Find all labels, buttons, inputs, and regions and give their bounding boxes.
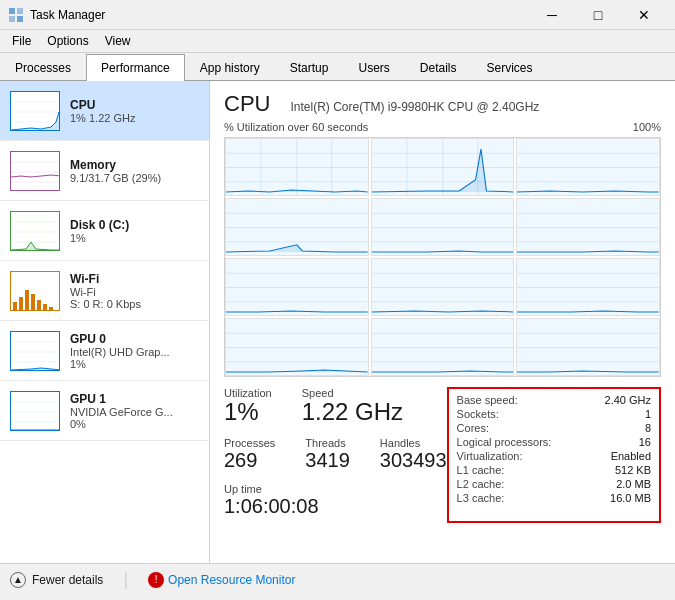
fewer-details-label: Fewer details bbox=[32, 573, 103, 587]
gpu1-info: GPU 1 NVIDIA GeForce G... 0% bbox=[70, 392, 199, 430]
sidebar-item-gpu1[interactable]: GPU 1 NVIDIA GeForce G... 0% bbox=[0, 381, 209, 441]
wifi-info: Wi-Fi Wi-Fi S: 0 R: 0 Kbps bbox=[70, 272, 199, 310]
info-table: Base speed: 2.40 GHz Sockets: 1 Cores: 8… bbox=[457, 393, 651, 505]
disk-thumb bbox=[10, 211, 60, 251]
sidebar-item-disk[interactable]: Disk 0 (C:) 1% bbox=[0, 201, 209, 261]
sidebar-item-memory[interactable]: Memory 9.1/31.7 GB (29%) bbox=[0, 141, 209, 201]
app-icon bbox=[8, 7, 24, 23]
menu-file[interactable]: File bbox=[4, 32, 39, 50]
cores-value: 8 bbox=[645, 422, 651, 434]
svg-rect-54 bbox=[372, 199, 514, 255]
cores-row: Cores: 8 bbox=[457, 421, 651, 435]
svg-rect-1 bbox=[17, 8, 23, 14]
open-resource-monitor-button[interactable]: ! Open Resource Monitor bbox=[148, 572, 295, 588]
svg-rect-22 bbox=[43, 304, 47, 310]
util-label: % Utilization over 60 seconds 100% bbox=[224, 121, 661, 133]
gpu0-name: Intel(R) UHD Grap... bbox=[70, 346, 199, 358]
maximize-button[interactable]: □ bbox=[575, 0, 621, 30]
tab-performance[interactable]: Performance bbox=[86, 54, 185, 81]
gpu1-label: GPU 1 bbox=[70, 392, 199, 406]
tab-users[interactable]: Users bbox=[343, 54, 404, 81]
cpu-cell-10 bbox=[371, 318, 515, 376]
svg-rect-16 bbox=[11, 272, 60, 311]
virt-value: Enabled bbox=[611, 450, 651, 462]
memory-label: Memory bbox=[70, 158, 199, 172]
svg-rect-62 bbox=[226, 259, 368, 315]
utilization-group: Utilization 1% bbox=[224, 387, 272, 425]
sockets-row: Sockets: 1 bbox=[457, 407, 651, 421]
menubar: File Options View bbox=[0, 30, 675, 53]
uptime-value: 1:06:00:08 bbox=[224, 495, 447, 517]
tab-processes[interactable]: Processes bbox=[0, 54, 86, 81]
close-button[interactable]: ✕ bbox=[621, 0, 667, 30]
tab-app-history[interactable]: App history bbox=[185, 54, 275, 81]
cpu-cell-7 bbox=[371, 258, 515, 316]
cpu-label: CPU bbox=[70, 98, 199, 112]
utilization-value: 1% bbox=[224, 399, 272, 425]
memory-thumb bbox=[10, 151, 60, 191]
svg-rect-19 bbox=[25, 290, 29, 310]
cpu-cell-6 bbox=[225, 258, 369, 316]
l1-row: L1 cache: 512 KB bbox=[457, 463, 651, 477]
handles-value: 303493 bbox=[380, 449, 447, 471]
app-title: Task Manager bbox=[30, 8, 105, 22]
sidebar-item-gpu0[interactable]: GPU 0 Intel(R) UHD Grap... 1% bbox=[0, 321, 209, 381]
sockets-label: Sockets: bbox=[457, 408, 499, 420]
cores-label: Cores: bbox=[457, 422, 489, 434]
cpu-header: CPU Intel(R) Core(TM) i9-9980HK CPU @ 2.… bbox=[224, 91, 661, 117]
threads-value: 3419 bbox=[305, 449, 350, 471]
cpu-cell-0 bbox=[225, 138, 369, 196]
tab-services[interactable]: Services bbox=[472, 54, 548, 81]
base-speed-row: Base speed: 2.40 GHz bbox=[457, 393, 651, 407]
svg-rect-20 bbox=[31, 294, 35, 310]
processes-value: 269 bbox=[224, 449, 275, 471]
handles-label: Handles bbox=[380, 437, 447, 449]
chevron-up-icon: ▲ bbox=[10, 572, 26, 588]
svg-rect-2 bbox=[9, 16, 15, 22]
stats-area: Utilization 1% Speed 1.22 GHz Processes … bbox=[224, 387, 661, 523]
virt-row: Virtualization: Enabled bbox=[457, 449, 651, 463]
cpu-cell-4 bbox=[371, 198, 515, 256]
titlebar-left: Task Manager bbox=[8, 7, 105, 23]
uptime-group: Up time 1:06:00:08 bbox=[224, 483, 447, 517]
l3-label: L3 cache: bbox=[457, 492, 505, 504]
open-resource-monitor-label: Open Resource Monitor bbox=[168, 573, 295, 587]
l3-value: 16.0 MB bbox=[610, 492, 651, 504]
fewer-details-button[interactable]: ▲ Fewer details bbox=[10, 572, 103, 588]
titlebar-controls: ─ □ ✕ bbox=[529, 0, 667, 30]
svg-rect-17 bbox=[13, 302, 17, 310]
sidebar-item-cpu[interactable]: CPU 1% 1.22 GHz bbox=[0, 81, 209, 141]
sidebar-item-wifi[interactable]: Wi-Fi Wi-Fi S: 0 R: 0 Kbps bbox=[0, 261, 209, 321]
menu-view[interactable]: View bbox=[97, 32, 139, 50]
stat-row-2: Processes 269 Threads 3419 Handles 30349… bbox=[224, 437, 447, 477]
logical-label: Logical processors: bbox=[457, 436, 552, 448]
tab-startup[interactable]: Startup bbox=[275, 54, 344, 81]
gpu1-name: NVIDIA GeForce G... bbox=[70, 406, 199, 418]
wifi-speed: S: 0 R: 0 Kbps bbox=[70, 298, 199, 310]
cpu-cell-1 bbox=[371, 138, 515, 196]
menu-options[interactable]: Options bbox=[39, 32, 96, 50]
svg-rect-66 bbox=[372, 259, 514, 315]
wifi-thumb bbox=[10, 271, 60, 311]
cpu-info: CPU 1% 1.22 GHz bbox=[70, 98, 199, 124]
l1-value: 512 KB bbox=[615, 464, 651, 476]
svg-rect-21 bbox=[37, 300, 41, 310]
svg-rect-12 bbox=[11, 212, 60, 251]
tab-details[interactable]: Details bbox=[405, 54, 472, 81]
svg-rect-70 bbox=[517, 259, 659, 315]
logical-row: Logical processors: 16 bbox=[457, 435, 651, 449]
cpu-thumb bbox=[10, 91, 60, 131]
memory-info: Memory 9.1/31.7 GB (29%) bbox=[70, 158, 199, 184]
svg-rect-78 bbox=[372, 319, 514, 375]
sidebar: CPU 1% 1.22 GHz Memory 9.1/31.7 GB (29%) bbox=[0, 81, 210, 563]
main-layout: CPU 1% 1.22 GHz Memory 9.1/31.7 GB (29%) bbox=[0, 81, 675, 563]
separator: | bbox=[123, 569, 128, 590]
base-speed-value: 2.40 GHz bbox=[605, 394, 651, 406]
svg-rect-3 bbox=[17, 16, 23, 22]
svg-rect-24 bbox=[11, 332, 60, 371]
disk-stats: 1% bbox=[70, 232, 199, 244]
minimize-button[interactable]: ─ bbox=[529, 0, 575, 30]
l2-value: 2.0 MB bbox=[616, 478, 651, 490]
memory-stats: 9.1/31.7 GB (29%) bbox=[70, 172, 199, 184]
virt-label: Virtualization: bbox=[457, 450, 523, 462]
